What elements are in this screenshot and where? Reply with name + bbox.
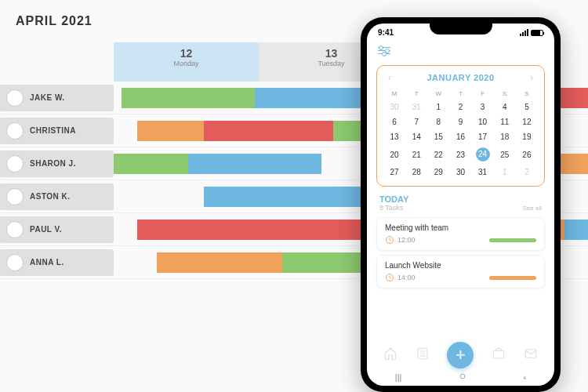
- avatar: [6, 122, 24, 140]
- calendar-day[interactable]: 21: [405, 144, 427, 165]
- calendar-title: JANUARY 2020: [426, 73, 494, 82]
- person-label[interactable]: ASTON K.: [0, 183, 114, 210]
- avatar: [6, 188, 24, 205]
- today-label: TODAY: [379, 194, 408, 204]
- svg-rect-9: [525, 350, 536, 358]
- calendar-day[interactable]: 9: [449, 114, 471, 129]
- task-title: Meeting with team: [385, 223, 536, 232]
- calendar-day[interactable]: 11: [494, 114, 516, 129]
- calendar-day[interactable]: 31: [472, 165, 494, 180]
- status-time: 9:41: [378, 28, 394, 37]
- calendar-day[interactable]: 22: [427, 144, 449, 165]
- task-bar[interactable]: [561, 154, 588, 174]
- task-bar[interactable]: [561, 88, 588, 108]
- calendar-dow: T: [449, 88, 471, 100]
- filter-icon[interactable]: [378, 47, 390, 54]
- prev-month-button[interactable]: ‹: [388, 72, 391, 83]
- task-bar[interactable]: [204, 121, 333, 141]
- task-bar[interactable]: [137, 220, 396, 240]
- calendar-day[interactable]: 6: [383, 114, 405, 129]
- person-label[interactable]: SHARON J.: [0, 151, 114, 177]
- person-label[interactable]: PAUL V.: [0, 216, 114, 243]
- calendar-day[interactable]: 16: [449, 129, 471, 144]
- calendar-card: ‹ JANUARY 2020 › MTWTFSS 303112345678910…: [376, 65, 545, 187]
- calendar-day[interactable]: 4: [494, 100, 516, 114]
- task-bar[interactable]: [157, 252, 282, 273]
- task-title: Launch Website: [385, 261, 536, 270]
- calendar-day[interactable]: 30: [383, 100, 405, 114]
- calendar-day[interactable]: 17: [472, 129, 494, 144]
- avatar: [6, 89, 24, 107]
- day-column-monday[interactable]: 12 Monday: [114, 42, 259, 82]
- task-time: 14:00: [385, 273, 416, 282]
- calendar-day[interactable]: 14: [405, 129, 427, 144]
- calendar-day[interactable]: 29: [427, 165, 449, 180]
- recent-apps-button[interactable]: |||: [395, 372, 402, 382]
- person-label[interactable]: JAKE W.: [0, 85, 114, 111]
- calendar-day[interactable]: 2: [516, 165, 538, 180]
- task-bar[interactable]: [122, 88, 255, 108]
- add-button[interactable]: +: [447, 342, 474, 368]
- calendar-day[interactable]: 26: [516, 144, 538, 165]
- calendar-dow: M: [383, 88, 405, 100]
- calendar-dow: S: [516, 88, 538, 100]
- android-nav-bar: ||| ‹: [367, 372, 554, 383]
- avatar: [6, 254, 24, 271]
- calendar-day[interactable]: 25: [494, 144, 516, 165]
- calendar-day[interactable]: 15: [427, 129, 449, 144]
- see-all-link[interactable]: See all: [523, 205, 542, 212]
- calendar-day[interactable]: 18: [494, 129, 516, 144]
- calendar-day[interactable]: 30: [449, 165, 471, 180]
- task-bar[interactable]: [114, 154, 188, 174]
- calendar-day[interactable]: 2: [449, 100, 471, 114]
- calendar-day[interactable]: 13: [383, 129, 405, 144]
- calendar-grid: MTWTFSS 30311234567891011121314151617181…: [383, 88, 538, 180]
- home-button[interactable]: [458, 372, 467, 383]
- calendar-day[interactable]: 8: [427, 114, 449, 129]
- person-label[interactable]: CHRISTINA: [0, 118, 114, 144]
- calendar-day[interactable]: 31: [405, 100, 427, 114]
- calendar-day[interactable]: 3: [472, 100, 494, 114]
- mail-icon[interactable]: [524, 347, 538, 364]
- svg-rect-8: [493, 350, 504, 358]
- clock-icon: [385, 235, 394, 245]
- battery-icon: [531, 30, 543, 36]
- phone-frame: 9:41 ‹ JANUARY 2020 › MTWTFSS 3031123456…: [361, 17, 561, 392]
- briefcase-icon[interactable]: [492, 347, 506, 364]
- back-button[interactable]: ‹: [524, 372, 527, 382]
- calendar-day[interactable]: 12: [516, 114, 538, 129]
- task-bar[interactable]: [137, 121, 204, 141]
- calendar-dow: S: [494, 88, 516, 100]
- calendar-day[interactable]: 1: [427, 100, 449, 114]
- calendar-day[interactable]: 1: [494, 165, 516, 180]
- calendar-day[interactable]: 10: [472, 114, 494, 129]
- clock-icon: [385, 273, 394, 282]
- calendar-day[interactable]: 24: [472, 144, 494, 165]
- calendar-day[interactable]: 20: [383, 144, 405, 165]
- task-progress-bar: [489, 238, 536, 242]
- calendar-day[interactable]: 7: [405, 114, 427, 129]
- avatar: [6, 221, 24, 238]
- phone-screen: 9:41 ‹ JANUARY 2020 › MTWTFSS 3031123456…: [367, 24, 554, 386]
- signal-icon: [520, 29, 528, 36]
- calendar-day[interactable]: 5: [516, 100, 538, 114]
- person-label[interactable]: ANNA L.: [0, 249, 114, 276]
- calendar-day[interactable]: 23: [449, 144, 471, 165]
- task-bar[interactable]: [564, 220, 588, 240]
- calendar-day[interactable]: 27: [383, 165, 405, 180]
- home-icon[interactable]: [383, 347, 397, 364]
- task-card[interactable]: Meeting with team 12:00: [376, 217, 545, 251]
- bottom-nav: +: [367, 342, 554, 368]
- task-progress-bar: [489, 276, 536, 280]
- calendar-dow: W: [427, 88, 449, 100]
- task-bar[interactable]: [188, 154, 321, 174]
- calendar-dow: F: [472, 88, 494, 100]
- list-icon[interactable]: [416, 347, 430, 364]
- calendar-dow: T: [405, 88, 427, 100]
- calendar-day[interactable]: 28: [405, 165, 427, 180]
- next-month-button[interactable]: ›: [530, 72, 533, 83]
- today-task-count: 8 Tasks: [379, 204, 408, 212]
- calendar-day[interactable]: 19: [516, 129, 538, 144]
- avatar: [6, 155, 24, 172]
- task-card[interactable]: Launch Website 14:00: [376, 255, 545, 289]
